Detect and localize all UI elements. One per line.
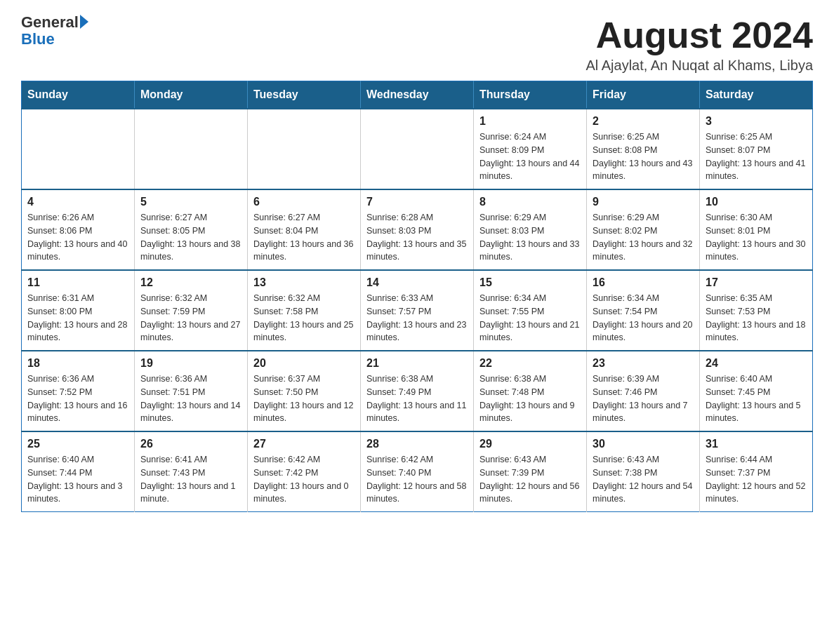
day-number: 24 [706,357,807,370]
calendar-empty-cell [22,109,135,189]
day-number: 21 [366,357,468,370]
day-number: 2 [593,115,694,128]
calendar-day-12: 12Sunrise: 6:32 AMSunset: 7:59 PMDayligh… [135,270,248,351]
day-number: 16 [593,276,694,289]
day-number: 1 [479,115,581,128]
day-number: 4 [27,196,128,208]
calendar-day-8: 8Sunrise: 6:29 AMSunset: 8:03 PMDaylight… [474,189,587,270]
logo-triangle-icon [80,15,88,29]
calendar-day-28: 28Sunrise: 6:42 AMSunset: 7:40 PMDayligh… [361,431,474,512]
title-section: August 2024 Al Ajaylat, An Nuqat al Kham… [585,14,813,74]
day-number: 25 [27,438,128,450]
calendar-day-25: 25Sunrise: 6:40 AMSunset: 7:44 PMDayligh… [22,431,135,512]
day-info: Sunrise: 6:37 AMSunset: 7:50 PMDaylight:… [253,373,355,425]
day-number: 19 [140,357,241,370]
day-number: 29 [479,438,581,450]
calendar-day-9: 9Sunrise: 6:29 AMSunset: 8:02 PMDaylight… [587,189,700,270]
calendar-week-row: 4Sunrise: 6:26 AMSunset: 8:06 PMDaylight… [22,189,813,270]
calendar-day-30: 30Sunrise: 6:43 AMSunset: 7:38 PMDayligh… [587,431,700,512]
calendar-header-tuesday: Tuesday [248,81,361,109]
logo-blue: Blue [21,30,55,48]
page-title: August 2024 [585,14,813,56]
day-info: Sunrise: 6:28 AMSunset: 8:03 PMDaylight:… [366,211,468,264]
calendar-day-13: 13Sunrise: 6:32 AMSunset: 7:58 PMDayligh… [248,270,361,351]
day-info: Sunrise: 6:41 AMSunset: 7:43 PMDaylight:… [140,453,241,506]
calendar-day-17: 17Sunrise: 6:35 AMSunset: 7:53 PMDayligh… [700,270,813,351]
calendar-day-31: 31Sunrise: 6:44 AMSunset: 7:37 PMDayligh… [700,431,813,512]
calendar-header-wednesday: Wednesday [361,81,474,109]
calendar-header-saturday: Saturday [700,81,813,109]
day-number: 11 [27,276,128,289]
day-number: 14 [366,276,468,289]
day-number: 10 [706,196,807,208]
day-info: Sunrise: 6:32 AMSunset: 7:59 PMDaylight:… [140,292,241,344]
day-info: Sunrise: 6:38 AMSunset: 7:49 PMDaylight:… [366,373,468,425]
day-number: 31 [706,438,807,450]
day-info: Sunrise: 6:42 AMSunset: 7:42 PMDaylight:… [253,453,355,506]
day-info: Sunrise: 6:24 AMSunset: 8:09 PMDaylight:… [479,130,581,183]
calendar-week-row: 1Sunrise: 6:24 AMSunset: 8:09 PMDaylight… [22,109,813,189]
calendar-day-26: 26Sunrise: 6:41 AMSunset: 7:43 PMDayligh… [135,431,248,512]
calendar-day-16: 16Sunrise: 6:34 AMSunset: 7:54 PMDayligh… [587,270,700,351]
day-info: Sunrise: 6:39 AMSunset: 7:46 PMDaylight:… [593,373,694,425]
calendar-day-29: 29Sunrise: 6:43 AMSunset: 7:39 PMDayligh… [474,431,587,512]
day-info: Sunrise: 6:43 AMSunset: 7:39 PMDaylight:… [479,453,581,506]
calendar-header-friday: Friday [587,81,700,109]
day-number: 9 [593,196,694,208]
day-number: 3 [706,115,807,128]
day-number: 18 [27,357,128,370]
day-info: Sunrise: 6:43 AMSunset: 7:38 PMDaylight:… [593,453,694,506]
day-info: Sunrise: 6:34 AMSunset: 7:54 PMDaylight:… [593,292,694,344]
day-info: Sunrise: 6:32 AMSunset: 7:58 PMDaylight:… [253,292,355,344]
calendar-table: SundayMondayTuesdayWednesdayThursdayFrid… [21,81,813,512]
day-number: 26 [140,438,241,450]
day-info: Sunrise: 6:44 AMSunset: 7:37 PMDaylight:… [706,453,807,506]
logo-general: General [21,14,79,31]
page-subtitle: Al Ajaylat, An Nuqat al Khams, Libya [585,58,813,74]
day-info: Sunrise: 6:40 AMSunset: 7:45 PMDaylight:… [706,373,807,425]
day-info: Sunrise: 6:25 AMSunset: 8:08 PMDaylight:… [593,130,694,183]
day-number: 22 [479,357,581,370]
day-number: 17 [706,276,807,289]
page-header: General Blue August 2024 Al Ajaylat, An … [21,14,813,74]
calendar-day-19: 19Sunrise: 6:36 AMSunset: 7:51 PMDayligh… [135,351,248,431]
calendar-week-row: 25Sunrise: 6:40 AMSunset: 7:44 PMDayligh… [22,431,813,512]
calendar-day-10: 10Sunrise: 6:30 AMSunset: 8:01 PMDayligh… [700,189,813,270]
calendar-day-3: 3Sunrise: 6:25 AMSunset: 8:07 PMDaylight… [700,109,813,189]
calendar-week-row: 11Sunrise: 6:31 AMSunset: 8:00 PMDayligh… [22,270,813,351]
day-info: Sunrise: 6:27 AMSunset: 8:04 PMDaylight:… [253,211,355,264]
day-info: Sunrise: 6:36 AMSunset: 7:52 PMDaylight:… [27,373,128,425]
day-info: Sunrise: 6:29 AMSunset: 8:02 PMDaylight:… [593,211,694,264]
day-info: Sunrise: 6:30 AMSunset: 8:01 PMDaylight:… [706,211,807,264]
day-number: 6 [253,196,355,208]
calendar-day-27: 27Sunrise: 6:42 AMSunset: 7:42 PMDayligh… [248,431,361,512]
day-number: 23 [593,357,694,370]
day-info: Sunrise: 6:36 AMSunset: 7:51 PMDaylight:… [140,373,241,425]
day-number: 30 [593,438,694,450]
day-info: Sunrise: 6:25 AMSunset: 8:07 PMDaylight:… [706,130,807,183]
calendar-header-thursday: Thursday [474,81,587,109]
calendar-week-row: 18Sunrise: 6:36 AMSunset: 7:52 PMDayligh… [22,351,813,431]
calendar-empty-cell [248,109,361,189]
day-info: Sunrise: 6:31 AMSunset: 8:00 PMDaylight:… [27,292,128,344]
calendar-header-row: SundayMondayTuesdayWednesdayThursdayFrid… [22,81,813,109]
calendar-empty-cell [135,109,248,189]
day-info: Sunrise: 6:26 AMSunset: 8:06 PMDaylight:… [27,211,128,264]
calendar-day-24: 24Sunrise: 6:40 AMSunset: 7:45 PMDayligh… [700,351,813,431]
day-number: 8 [479,196,581,208]
calendar-day-11: 11Sunrise: 6:31 AMSunset: 8:00 PMDayligh… [22,270,135,351]
day-number: 7 [366,196,468,208]
day-number: 5 [140,196,241,208]
calendar-day-1: 1Sunrise: 6:24 AMSunset: 8:09 PMDaylight… [474,109,587,189]
day-number: 28 [366,438,468,450]
day-number: 13 [253,276,355,289]
day-info: Sunrise: 6:40 AMSunset: 7:44 PMDaylight:… [27,453,128,506]
calendar-day-2: 2Sunrise: 6:25 AMSunset: 8:08 PMDaylight… [587,109,700,189]
calendar-header-monday: Monday [135,81,248,109]
calendar-day-7: 7Sunrise: 6:28 AMSunset: 8:03 PMDaylight… [361,189,474,270]
day-info: Sunrise: 6:42 AMSunset: 7:40 PMDaylight:… [366,453,468,506]
calendar-day-6: 6Sunrise: 6:27 AMSunset: 8:04 PMDaylight… [248,189,361,270]
calendar-day-22: 22Sunrise: 6:38 AMSunset: 7:48 PMDayligh… [474,351,587,431]
day-info: Sunrise: 6:35 AMSunset: 7:53 PMDaylight:… [706,292,807,344]
calendar-empty-cell [361,109,474,189]
